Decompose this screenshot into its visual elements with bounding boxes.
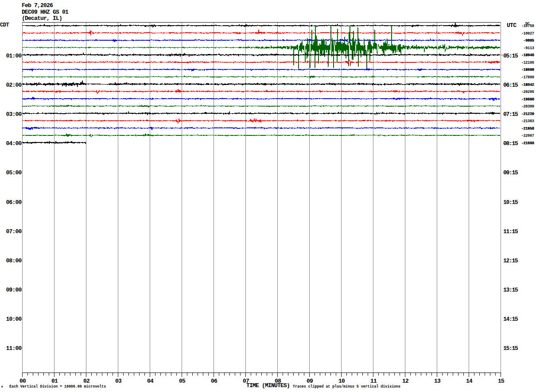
svg-text:14: 14 <box>466 378 473 384</box>
svg-text:06:15: 06:15 <box>503 82 518 88</box>
svg-text:04:00: 04:00 <box>6 140 22 147</box>
svg-text:06: 06 <box>211 378 218 384</box>
svg-text:(Decatur, IL): (Decatur, IL) <box>22 15 62 22</box>
svg-text:09:00: 09:00 <box>6 287 22 293</box>
svg-text:-17800: -17800 <box>521 75 534 80</box>
svg-text:11:15: 11:15 <box>503 228 518 235</box>
svg-text:15:15: 15:15 <box>503 345 518 352</box>
svg-text:-9885: -9885 <box>523 38 534 43</box>
svg-text:-9113: -9113 <box>523 46 534 50</box>
svg-text:14:15: 14:15 <box>503 316 518 323</box>
svg-text:01: 01 <box>51 378 58 384</box>
svg-text:DEC09 HHZ GS 01: DEC09 HHZ GS 01 <box>22 9 69 15</box>
svg-text:Traces clipped at plus/minus 5: Traces clipped at plus/minus 5 vertical … <box>293 384 400 388</box>
svg-text:00: 00 <box>19 378 26 384</box>
svg-text:Each Vertical Division = 10000: Each Vertical Division = 10000.00 microv… <box>9 384 106 388</box>
svg-text:-22067: -22067 <box>521 134 534 138</box>
svg-text:12:15: 12:15 <box>503 257 518 264</box>
svg-text:CDT: CDT <box>0 22 9 28</box>
svg-text:04: 04 <box>147 378 154 384</box>
svg-text:-18842: -18842 <box>521 83 534 87</box>
svg-text:11: 11 <box>370 378 377 384</box>
svg-text:10:15: 10:15 <box>503 199 518 206</box>
svg-text:08:15: 08:15 <box>503 140 518 147</box>
svg-text:02: 02 <box>83 378 90 384</box>
svg-text:06:00: 06:00 <box>6 199 22 206</box>
svg-text:-21383: -21383 <box>521 119 534 123</box>
svg-text:01:00: 01:00 <box>6 53 22 59</box>
svg-text:-21210: -21210 <box>521 112 534 116</box>
svg-text:07:15: 07:15 <box>503 111 518 118</box>
svg-text:09: 09 <box>307 378 313 384</box>
svg-text:11:00: 11:00 <box>6 345 22 352</box>
svg-text:15: 15 <box>498 378 505 384</box>
svg-text:03:00: 03:00 <box>6 111 22 118</box>
svg-text:-12195: -12195 <box>521 61 534 65</box>
svg-text:09:15: 09:15 <box>503 169 518 176</box>
svg-text:DC: DC <box>525 22 530 26</box>
svg-text:08:00: 08:00 <box>6 257 22 264</box>
svg-text:05:00: 05:00 <box>6 169 22 176</box>
svg-text:03: 03 <box>115 378 122 384</box>
svg-text:13: 13 <box>434 378 441 384</box>
svg-text:-20309: -20309 <box>521 104 534 109</box>
svg-text:10: 10 <box>338 378 345 384</box>
svg-text:05:15: 05:15 <box>503 53 518 59</box>
svg-text:-10027: -10027 <box>521 31 534 36</box>
svg-text:M: M <box>1 385 3 388</box>
svg-text:02:00: 02:00 <box>6 82 22 88</box>
svg-text:-21958: -21958 <box>521 127 534 131</box>
svg-text:07:00: 07:00 <box>6 228 22 235</box>
svg-text:05: 05 <box>179 378 186 384</box>
svg-text:-21698: -21698 <box>521 141 534 146</box>
svg-text:-10048: -10048 <box>521 53 534 58</box>
svg-text:-19668: -19668 <box>521 97 534 102</box>
svg-text:Feb 7,2026: Feb 7,2026 <box>22 2 53 9</box>
svg-text:13:15: 13:15 <box>503 287 518 293</box>
svg-text:UTC: UTC <box>507 22 517 29</box>
svg-text:-14080: -14080 <box>521 68 534 72</box>
svg-text:10:00: 10:00 <box>6 316 22 323</box>
svg-text:-20295: -20295 <box>521 90 534 94</box>
svg-text:TIME (MINUTES): TIME (MINUTES) <box>246 382 290 389</box>
svg-text:12: 12 <box>402 378 409 384</box>
